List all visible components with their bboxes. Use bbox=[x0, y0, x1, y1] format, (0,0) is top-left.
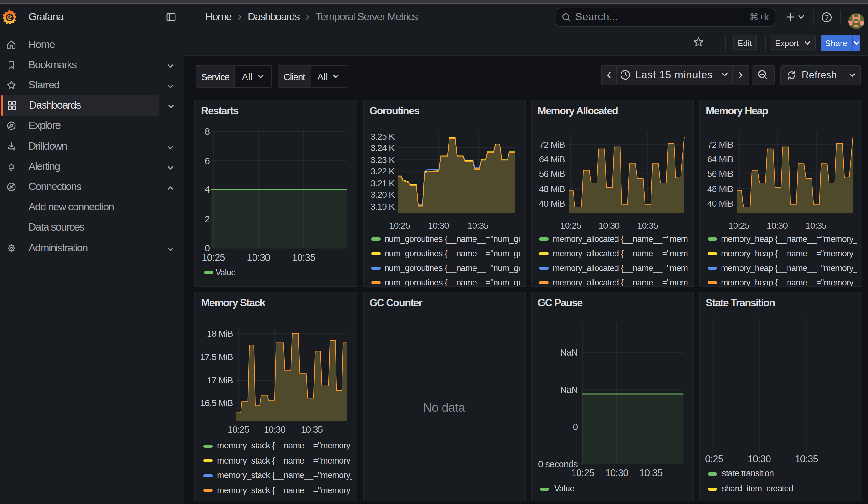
svg-text:?: ? bbox=[825, 14, 828, 21]
